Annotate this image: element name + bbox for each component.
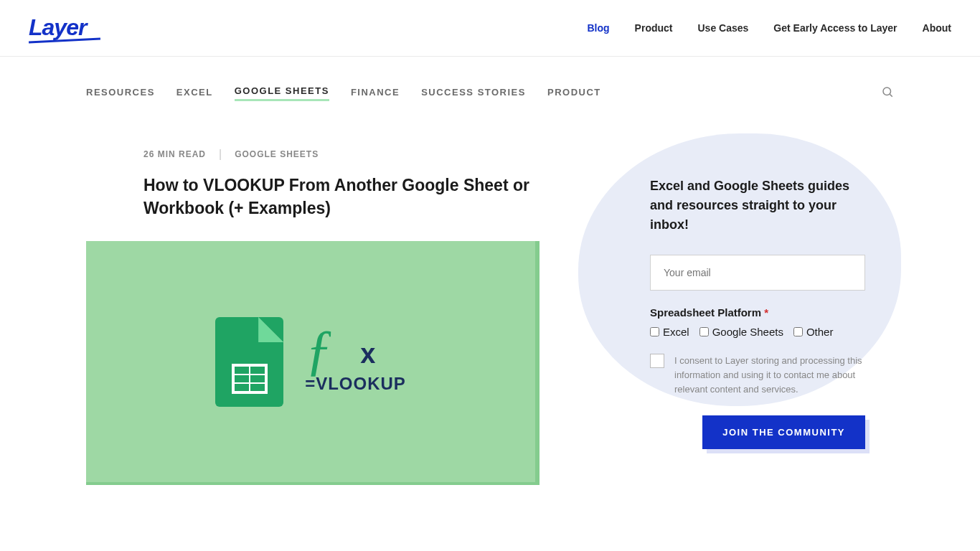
- nav-use-cases[interactable]: Use Cases: [697, 22, 748, 34]
- hero-image: ƒ x =VLOOKUP: [86, 241, 540, 485]
- consent-checkbox[interactable]: [650, 354, 664, 368]
- subnav-google-sheets[interactable]: GOOGLE SHEETS: [235, 85, 329, 101]
- email-field[interactable]: [650, 255, 865, 291]
- nav-early-access[interactable]: Get Early Access to Layer: [773, 22, 897, 34]
- main-column: 26 MIN READ | GOOGLE SHEETS How to VLOOK…: [143, 148, 578, 485]
- logo-text: Layer: [29, 14, 100, 41]
- search-icon[interactable]: [881, 85, 894, 101]
- fx-x-icon: x: [360, 339, 375, 369]
- platform-label: Spreadsheet Platform *: [650, 306, 865, 319]
- fx-symbol-icon: ƒ: [305, 330, 333, 369]
- platform-option-google-sheets[interactable]: Google Sheets: [699, 326, 783, 338]
- consent-text: I consent to Layer storing and processin…: [674, 354, 865, 397]
- nav-about[interactable]: About: [923, 22, 951, 34]
- subnav-finance[interactable]: FINANCE: [351, 87, 400, 100]
- svg-point-0: [883, 88, 891, 95]
- checkbox-excel[interactable]: [650, 327, 659, 336]
- meta-separator: |: [219, 148, 222, 161]
- primary-nav: Blog Product Use Cases Get Early Access …: [587, 22, 951, 34]
- subnav: RESOURCES EXCEL GOOGLE SHEETS FINANCE SU…: [0, 57, 980, 119]
- content: 26 MIN READ | GOOGLE SHEETS How to VLOOK…: [0, 119, 980, 514]
- article-meta: 26 MIN READ | GOOGLE SHEETS: [143, 148, 578, 161]
- platform-option-excel[interactable]: Excel: [650, 326, 689, 338]
- subnav-product[interactable]: PRODUCT: [547, 87, 601, 100]
- sidebar-title: Excel and Google Sheets guides and resou…: [650, 176, 865, 235]
- read-time: 26 MIN READ: [143, 149, 206, 159]
- article-title: How to VLOOKUP From Another Google Sheet…: [143, 174, 538, 220]
- fx-block: ƒ x =VLOOKUP: [305, 330, 406, 394]
- article-category[interactable]: GOOGLE SHEETS: [235, 149, 319, 159]
- subnav-excel[interactable]: EXCEL: [176, 87, 213, 100]
- checkbox-other[interactable]: [793, 327, 803, 336]
- google-sheets-icon: [215, 317, 283, 407]
- consent-row: I consent to Layer storing and processin…: [650, 354, 865, 397]
- subnav-success-stories[interactable]: SUCCESS STORIES: [421, 87, 526, 100]
- platform-options: Excel Google Sheets Other: [650, 326, 865, 338]
- checkbox-google-sheets[interactable]: [699, 327, 709, 336]
- nav-blog[interactable]: Blog: [587, 22, 609, 34]
- subnav-resources[interactable]: RESOURCES: [86, 87, 155, 100]
- platform-option-other[interactable]: Other: [793, 326, 834, 338]
- svg-line-1: [890, 94, 892, 96]
- nav-product[interactable]: Product: [635, 22, 673, 34]
- join-community-button[interactable]: JOIN THE COMMUNITY: [702, 415, 865, 449]
- main-header: Layer Blog Product Use Cases Get Early A…: [0, 0, 980, 57]
- sidebar: Excel and Google Sheets guides and resou…: [621, 148, 894, 485]
- logo[interactable]: Layer: [29, 14, 100, 42]
